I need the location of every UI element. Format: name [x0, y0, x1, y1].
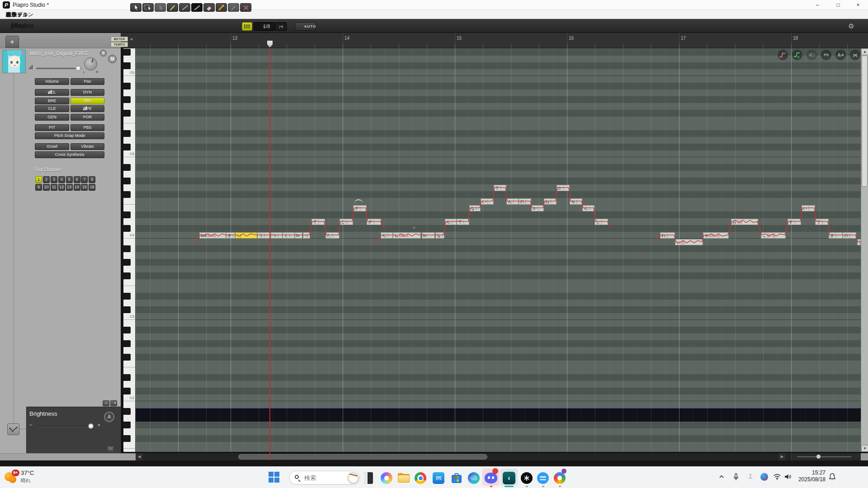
brightness-slider-thumb[interactable]	[88, 423, 94, 429]
scroll-up-icon[interactable]: ▲	[861, 48, 868, 55]
param-button-vel[interactable]: VEL	[35, 89, 69, 96]
channel-16[interactable]: 16	[89, 184, 95, 191]
black-key[interactable]	[123, 62, 131, 69]
channel-11[interactable]: 11	[51, 184, 57, 191]
channel-7[interactable]: 7	[81, 176, 88, 183]
taskbar-clock[interactable]: 15:27 2025/08/18	[792, 469, 826, 483]
scroll-down-icon[interactable]: ▼	[861, 445, 868, 452]
black-key[interactable]	[123, 110, 131, 117]
note-length-dropdown[interactable]: ♪▾	[275, 22, 287, 31]
param-button-growl[interactable]: Growl	[35, 143, 69, 150]
param-plus-label[interactable]: +	[97, 422, 101, 428]
settings-gear-icon[interactable]: ⚙	[846, 22, 856, 31]
chrome-icon[interactable]	[414, 471, 427, 485]
channel-1[interactable]: 1	[35, 176, 42, 183]
scroll-left-icon[interactable]: ◀	[136, 453, 143, 460]
delete-tool[interactable]	[240, 3, 251, 12]
black-key[interactable]	[123, 211, 131, 218]
black-key[interactable]	[123, 191, 131, 198]
glue-tool[interactable]	[216, 3, 227, 12]
grid-snap-toggle[interactable]	[242, 22, 252, 31]
pencil-tool[interactable]	[167, 3, 178, 12]
channel-9[interactable]: 9	[35, 184, 42, 191]
weather-desc[interactable]: 晴れ	[21, 477, 31, 484]
param-button-dyn[interactable]: DYN	[71, 89, 104, 96]
chatgpt-icon[interactable]	[520, 471, 533, 485]
snap-value-dropdown[interactable]: 1/8 ▾	[254, 22, 274, 31]
timeline-ruler[interactable]: 131415161718	[121, 33, 868, 48]
horizontal-scroll-thumb[interactable]	[238, 454, 487, 460]
scroll-right-icon[interactable]: ▶	[778, 453, 786, 460]
channel-3[interactable]: 3	[51, 176, 57, 183]
channel-15[interactable]: 15	[81, 184, 88, 191]
param-button-pit[interactable]: PIT	[35, 124, 69, 131]
pitch-curve-original-toggle[interactable]	[778, 50, 788, 60]
brightness-slider[interactable]	[37, 426, 96, 427]
param-button-por[interactable]: POR	[71, 114, 104, 121]
solo-button[interactable]: S	[100, 50, 107, 56]
black-key[interactable]	[123, 96, 131, 103]
piano-keyboard[interactable]: C6C5C4C3C2	[123, 48, 136, 452]
search-input[interactable]	[303, 473, 342, 482]
menu-8[interactable]: ヘルプ	[6, 10, 23, 19]
param-button-gen[interactable]: GEN	[35, 114, 69, 121]
black-key[interactable]	[123, 144, 131, 150]
param-button-pitch-snap-mode[interactable]: Pitch Snap Mode	[35, 132, 104, 139]
black-key[interactable]	[123, 374, 131, 381]
close-button[interactable]: ×	[848, 0, 868, 10]
black-key[interactable]	[123, 178, 131, 184]
antenna-icon[interactable]	[747, 473, 755, 481]
channel-13[interactable]: 13	[66, 184, 73, 191]
rect-select-tool[interactable]	[142, 3, 154, 12]
track-name[interactable]: MIKU_V4X_Original_EVEC	[30, 51, 98, 56]
line-tool[interactable]	[179, 3, 190, 12]
eraser-tool[interactable]	[203, 3, 215, 12]
param-button-bri[interactable]: BRI	[71, 98, 104, 104]
volume-slider-thumb[interactable]	[75, 66, 81, 71]
file-explorer-icon[interactable]	[397, 471, 410, 485]
copilot-icon[interactable]	[380, 471, 393, 485]
black-key[interactable]	[123, 408, 131, 415]
microphone-icon[interactable]	[732, 473, 741, 481]
black-key[interactable]	[123, 306, 131, 313]
channel-4[interactable]: 4	[58, 176, 65, 183]
param-button-pbs[interactable]: PBS	[71, 124, 104, 131]
volume-icon[interactable]	[784, 473, 792, 481]
search-highlight-image[interactable]	[347, 472, 359, 484]
zoom-slider[interactable]	[791, 453, 861, 460]
mute-button[interactable]: M	[108, 55, 117, 63]
black-key[interactable]	[123, 293, 131, 300]
param-auto-button[interactable]: A	[104, 412, 114, 422]
singer-avatar[interactable]	[2, 50, 26, 73]
channel-14[interactable]: 14	[74, 184, 80, 191]
param-collapse-button[interactable]: −	[107, 446, 114, 452]
microsoft-store-icon[interactable]	[450, 471, 463, 485]
tempo-button[interactable]: TEMPO	[111, 42, 128, 47]
black-key[interactable]	[123, 327, 131, 333]
param-curve-button[interactable]	[7, 423, 19, 435]
channel-8[interactable]: 8	[89, 176, 95, 183]
weather-widget[interactable]: 9+	[5, 470, 17, 483]
param-minus-label[interactable]: −	[29, 422, 33, 428]
black-key[interactable]	[123, 435, 131, 442]
param-button-vibrato[interactable]: Vibrato	[71, 143, 104, 150]
channel-5[interactable]: 5	[66, 176, 73, 183]
channel-2[interactable]: 2	[43, 176, 50, 183]
black-key[interactable]	[123, 225, 131, 232]
channel-6[interactable]: 6	[74, 176, 80, 183]
black-key[interactable]	[123, 130, 131, 137]
phoneme-convert-button[interactable]: PS	[821, 50, 831, 60]
vertical-scroll-thumb[interactable]	[862, 56, 868, 187]
meter-button[interactable]: METER	[111, 37, 128, 42]
black-key[interactable]	[123, 83, 131, 89]
channel-12[interactable]: 12	[58, 184, 65, 191]
black-key[interactable]	[123, 164, 131, 171]
draw-line-tool[interactable]	[191, 3, 203, 12]
chevron-up-icon[interactable]	[718, 473, 726, 481]
maximize-button[interactable]: □	[828, 0, 848, 10]
channel-10[interactable]: 10	[43, 184, 50, 191]
black-key[interactable]	[123, 49, 131, 56]
pitch-curve-vibrato-toggle[interactable]	[792, 50, 802, 60]
horizontal-scrollbar[interactable]: ◀ ▶	[136, 453, 861, 460]
param-button-pan[interactable]: Pan	[71, 78, 104, 85]
